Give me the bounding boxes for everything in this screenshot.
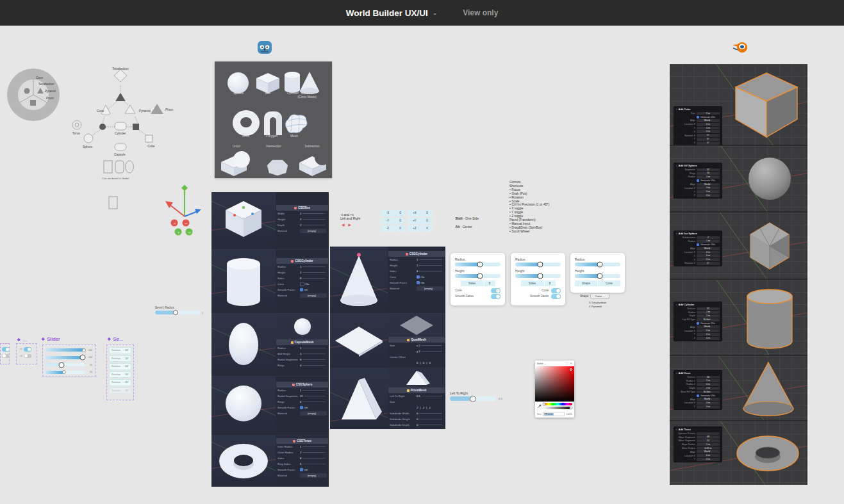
slider-track[interactable] [46, 371, 85, 374]
rotation-field[interactable]: Rotation25° [109, 379, 131, 386]
cone-toggle[interactable] [491, 288, 501, 293]
operator-field[interactable]: Y0 m [674, 405, 722, 409]
saturation-value-area[interactable] [535, 366, 574, 402]
property-row[interactable]: Height2 [276, 216, 329, 222]
blend-mode-select[interactable]: Solid [537, 362, 543, 365]
property-row[interactable]: Smooth FacesOn [276, 405, 329, 411]
file-title-menu[interactable]: World Builder UX/UI ⌄ [346, 8, 438, 18]
sides-stepper[interactable]: Sides8 [515, 280, 561, 286]
property-row[interactable]: Rings4 [276, 362, 329, 368]
toggle-off[interactable] [2, 354, 10, 359]
bevel-slider-knob[interactable] [173, 310, 178, 315]
property-row[interactable]: Radius1 [276, 387, 329, 393]
sides-stepper[interactable]: Sides8 [455, 280, 501, 286]
hue-slider[interactable] [543, 403, 572, 405]
property-row[interactable]: Outer Radius2 [276, 450, 329, 455]
sv-cursor[interactable] [570, 368, 572, 371]
component-title[interactable]: ❖Se... [107, 336, 124, 342]
toggle-on[interactable] [24, 347, 31, 352]
property-row[interactable]: 2 | 2 | 2 [388, 405, 445, 411]
cone-mesh[interactable] [740, 360, 797, 419]
shape-selector[interactable]: ShapeCone [575, 280, 620, 286]
toggle-on[interactable] [2, 347, 10, 352]
property-row[interactable]: Radius1 [276, 264, 329, 270]
ltr-slider-knob[interactable] [470, 396, 476, 402]
property-row[interactable]: Depth2 [276, 222, 329, 228]
smooth-faces-toggle[interactable] [551, 294, 561, 299]
radius-slider-knob[interactable] [538, 262, 543, 268]
rotation-field[interactable]: Rotation24° [109, 387, 131, 394]
property-row[interactable]: ConeOn [388, 274, 445, 280]
rotation-field[interactable]: Rotation24° [109, 347, 131, 354]
axis-field-row[interactable]: +Y0 [408, 218, 432, 224]
property-row[interactable]: Ring Sides6 [276, 461, 329, 467]
hex-input[interactable]: FF0000 [543, 412, 565, 416]
swap-icon[interactable]: ▢ [566, 362, 568, 365]
property-row[interactable]: Inner Radius1 [276, 444, 329, 450]
radius-slider[interactable] [455, 263, 501, 266]
dropdown-option[interactable]: 4 Pyramid [589, 305, 609, 309]
radius-slider[interactable] [515, 263, 561, 266]
operator-field[interactable]: Y0 m [674, 458, 722, 462]
rotation-field[interactable]: Rotation24° [109, 371, 131, 378]
axis-field-row[interactable]: -X0 [381, 210, 405, 216]
property-row[interactable]: Sides8 [276, 275, 329, 281]
view-only-badge[interactable]: View only [463, 8, 498, 17]
property-row[interactable]: Subdivide Depth0 [388, 422, 445, 428]
z-axis-handle[interactable] [195, 209, 201, 214]
property-row[interactable]: Smooth FacesOn [276, 467, 329, 473]
property-row[interactable]: Smooth FacesOn [276, 287, 329, 293]
smooth-faces-toggle[interactable] [491, 294, 501, 299]
property-row[interactable]: Width2 [276, 211, 329, 216]
height-slider-knob[interactable] [538, 273, 543, 279]
cylinder-mesh[interactable] [745, 285, 795, 352]
property-row[interactable]: Material[empty] [276, 293, 329, 298]
cone-toggle[interactable] [551, 288, 561, 293]
property-row[interactable]: Height2 [388, 263, 445, 268]
opacity-value[interactable]: 100% [566, 413, 572, 416]
height-slider[interactable] [515, 274, 561, 278]
component-title[interactable]: ❖Slider [41, 336, 60, 342]
alpha-slider[interactable] [543, 407, 572, 409]
property-row[interactable]: Radial Segments12 [276, 393, 329, 399]
alpha-knob[interactable] [570, 407, 573, 410]
property-row[interactable]: Subdivide Width0 [388, 411, 445, 416]
property-row[interactable]: Size [388, 399, 445, 405]
slider-track[interactable] [46, 363, 85, 366]
axis-field-row[interactable]: -Y0 [381, 218, 405, 224]
property-row[interactable]: Material[empty] [276, 473, 329, 478]
close-icon[interactable]: ✕ [570, 362, 572, 365]
design-canvas[interactable]: Cone Tetrahedron Pyramid Prism Tetr [0, 26, 844, 504]
rotation-field[interactable]: Rotation24° [109, 355, 131, 362]
property-row[interactable]: Radius1 [388, 257, 445, 263]
ltr-slider-track[interactable] [450, 396, 496, 401]
property-row[interactable]: Center Offset [388, 354, 445, 360]
property-row[interactable]: Material[empty] [388, 286, 445, 291]
property-row[interactable]: 0 | 0 | 0 [388, 360, 445, 366]
eyedropper-icon[interactable] [537, 403, 542, 409]
property-row[interactable]: Subdivide Height0 [388, 416, 445, 422]
property-row[interactable]: Radial Segments8 [276, 357, 329, 362]
height-slider[interactable] [455, 274, 501, 278]
operator-field[interactable]: Z0° [674, 141, 722, 145]
uv-sphere-mesh[interactable] [749, 158, 791, 200]
toggle-off[interactable] [24, 354, 31, 359]
radius-slider[interactable] [575, 263, 620, 266]
property-row[interactable]: y 2 [388, 348, 445, 354]
bevel-slider-track[interactable] [155, 311, 200, 314]
rotation-field[interactable]: Rotation54° [109, 363, 131, 370]
cube-mesh[interactable] [731, 69, 802, 141]
property-row[interactable]: Sizex 2 [388, 343, 445, 348]
height-slider[interactable] [575, 274, 620, 278]
operator-field[interactable]: Rotation X0° [674, 262, 722, 266]
slider-track[interactable] [46, 356, 85, 359]
property-row[interactable]: Left To Right0.5 [388, 393, 445, 399]
property-row[interactable]: Material[empty] [276, 411, 329, 416]
shape-dropdown[interactable]: Cone⌄ [590, 293, 609, 299]
slider-knob[interactable] [82, 348, 86, 352]
height-slider-knob[interactable] [477, 273, 483, 279]
y-axis-handle[interactable] [181, 185, 188, 191]
property-row[interactable]: Height2 [276, 270, 329, 275]
property-row[interactable]: Radius1 [276, 345, 329, 351]
property-row[interactable]: Smooth FacesOn [388, 280, 445, 286]
